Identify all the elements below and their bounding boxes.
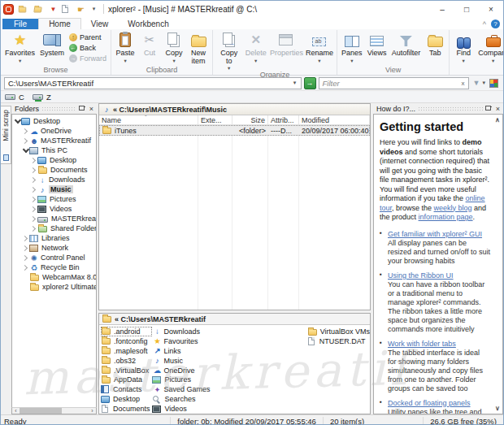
filter-clear-icon[interactable]: x — [458, 80, 468, 87]
expander-icon[interactable] — [30, 158, 37, 163]
autofilter-button[interactable]: Autofilter — [389, 30, 424, 58]
panel-close-icon[interactable]: × — [494, 105, 502, 113]
file-item-saved-games[interactable]: ✦Saved Games — [152, 384, 306, 394]
drive-c-button[interactable]: C — [5, 93, 24, 102]
column-name[interactable]: Nameˆ — [99, 115, 198, 124]
system-button[interactable]: System — [37, 30, 67, 58]
expander-icon[interactable] — [22, 149, 29, 152]
column-modified[interactable]: Modified — [299, 115, 370, 124]
file-item-music[interactable]: ♪Music — [152, 356, 306, 366]
expander-icon[interactable] — [22, 236, 29, 241]
expander-icon[interactable] — [30, 217, 37, 221]
expander-icon[interactable] — [30, 168, 37, 172]
qat-folder-icon[interactable] — [17, 3, 30, 15]
panel-grip[interactable] — [418, 106, 483, 111]
information-page-link[interactable]: information page — [419, 213, 473, 221]
expander-icon[interactable] — [30, 178, 37, 182]
file-item-searches[interactable]: Searches — [152, 394, 306, 404]
paste-button[interactable]: Paste ▾ — [113, 30, 137, 63]
scroll-thumb[interactable] — [20, 408, 62, 414]
new-item-button[interactable]: New item — [186, 30, 211, 65]
panel-grip[interactable] — [41, 106, 76, 111]
file-item-android[interactable]: .android — [101, 327, 152, 336]
tree-item-recycle-bin[interactable]: ♻Recycle Bin — [12, 262, 96, 272]
help-icon[interactable]: ? — [491, 20, 500, 28]
expander-icon[interactable] — [30, 188, 37, 192]
pin-icon[interactable] — [79, 105, 85, 112]
tree-item-webcammax[interactable]: WebcamMax 8.0.7. — [12, 272, 96, 282]
scroll-down-icon[interactable]: ∨ — [495, 405, 500, 412]
file-item-contacts[interactable]: Contacts — [101, 384, 152, 394]
copy-to-button[interactable]: Copy to ▾ — [215, 30, 243, 71]
cut-button[interactable]: ✂ Cut — [137, 30, 162, 58]
expander-icon[interactable] — [22, 256, 29, 260]
file-item-videos[interactable]: Videos — [152, 404, 306, 414]
file-item-ntuser[interactable]: NTUSER.DAT — [307, 336, 370, 346]
tree-item-user[interactable]: ☻MASTERkreatif — [12, 136, 96, 145]
scroll-left-icon[interactable]: ‹ — [12, 408, 20, 414]
pin-icon[interactable] — [485, 105, 492, 112]
go-button[interactable]: → — [304, 77, 316, 89]
file-item[interactable]: .VirtualBox — [101, 366, 152, 375]
column-extension[interactable]: Exte... — [198, 115, 232, 124]
file-list-empty-area[interactable] — [99, 136, 370, 310]
expander-icon[interactable] — [30, 197, 37, 202]
expander-icon[interactable] — [14, 119, 21, 123]
panel-close-icon[interactable]: × — [88, 105, 95, 113]
mini-scrap-tab[interactable]: Mini scrap — [1, 106, 11, 164]
rename-button[interactable]: Rename ▾ — [304, 30, 335, 63]
qat-document-icon[interactable] — [61, 3, 73, 15]
expander-icon[interactable] — [22, 266, 29, 270]
tree-hscrollbar[interactable]: ‹ › — [11, 407, 97, 414]
qat-open-folder-icon[interactable] — [33, 3, 46, 15]
tree-item-libraries[interactable]: Libraries — [12, 233, 96, 243]
qat-hand-icon[interactable]: ☛ — [76, 3, 86, 15]
expander-icon[interactable] — [30, 227, 37, 231]
help-topic-link[interactable]: Using the Ribbon UI — [388, 271, 454, 280]
tree-item-user-drive[interactable]: MASTERkreatif — [12, 214, 96, 223]
delete-button[interactable]: ✕ Delete ▾ — [243, 30, 268, 63]
file-row-itunes[interactable]: iTunes <folder> ----D... 20/09/2017 06:0… — [99, 125, 370, 136]
filter-dropdown-icon[interactable]: ▾ — [482, 80, 485, 86]
tree-item-desktop[interactable]: Desktop — [12, 116, 96, 126]
file-item[interactable]: .obs32 — [101, 356, 152, 366]
expander-icon[interactable] — [22, 129, 29, 133]
forward-button[interactable]: →Forward — [67, 53, 109, 63]
tree-item-shared-folders[interactable]: Shared Folders — [12, 223, 96, 233]
tab-button[interactable]: Tab — [423, 30, 447, 58]
help-topic-link[interactable]: Work with folder tabs — [388, 340, 456, 348]
maximize-button[interactable]: □ — [454, 1, 479, 17]
tree-item-videos[interactable]: Videos — [12, 204, 96, 214]
tree-item-desktop2[interactable]: Desktop — [12, 155, 96, 165]
file-item-pictures[interactable]: Pictures — [152, 375, 306, 384]
tree-item-downloads[interactable]: ↓Downloads — [12, 175, 96, 184]
favorites-button[interactable]: ★ Favorites ▾ — [2, 30, 37, 63]
file-item[interactable]: .maplesoft — [101, 346, 152, 356]
views-button[interactable]: Views — [365, 30, 389, 58]
address-path[interactable]: C:\Users\MASTERkreatif — [5, 79, 289, 88]
expander-icon[interactable] — [22, 139, 29, 143]
qat-filter-icon[interactable]: ▼ — [48, 3, 59, 15]
color-coding-icon[interactable] — [489, 79, 498, 88]
app-icon[interactable] — [3, 4, 14, 15]
close-button[interactable]: × — [479, 1, 503, 17]
bottom-pane-pathbar[interactable]: « C:\Users\MASTERkreatif — [99, 314, 370, 325]
properties-button[interactable]: Properties — [268, 30, 304, 58]
column-attributes[interactable]: Attrib... — [268, 115, 299, 124]
tree-item-onedrive[interactable]: ☁OneDrive — [12, 126, 96, 136]
panes-button[interactable]: Panes ▾ — [339, 30, 365, 63]
help-scrollbar[interactable]: ∧ ∨ — [493, 115, 502, 414]
tree-item-xplorer2[interactable]: xplorer2 Ultimate 3 — [12, 282, 96, 292]
minimize-button[interactable]: – — [430, 1, 454, 17]
file-item-documents[interactable]: Documents — [101, 404, 152, 414]
file-item-desktop[interactable]: Desktop — [101, 394, 152, 404]
tree-item-pictures[interactable]: Pictures — [12, 194, 96, 204]
filter-funnel-icon[interactable]: ▼ — [473, 79, 480, 87]
weekly-blog-link[interactable]: weekly blog — [434, 204, 472, 212]
file-item-downloads[interactable]: ↓Downloads — [152, 327, 306, 336]
address-dropdown-icon[interactable]: ▾ — [289, 80, 301, 86]
tree-item-music-selected[interactable]: ♪Music — [12, 184, 96, 194]
parent-button[interactable]: ↑Parent — [67, 32, 109, 42]
address-bar[interactable]: C:\Users\MASTERkreatif ▾ — [4, 77, 302, 89]
help-topic-link[interactable]: Docked or floating panels — [388, 399, 471, 407]
